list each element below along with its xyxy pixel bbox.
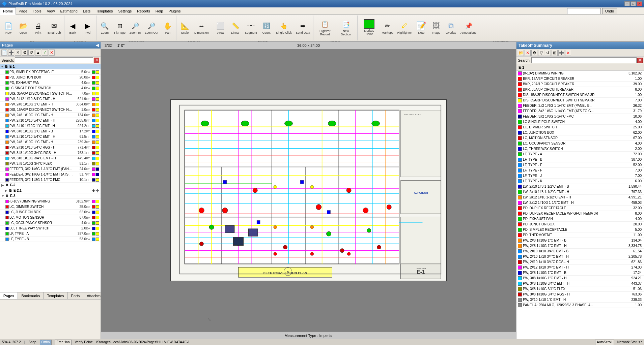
page-item-dis-35a[interactable]: DIS, 35A/3P DISCONNECT SWITCH NEMA 3R 7.… [0,91,101,96]
page-item-pw-3-8-flex[interactable]: PW, 3#8 1#10G 3/4"C FLEX 51.1 FT [0,161,101,166]
pages-new-icon[interactable]: 📄 [1,50,7,56]
page-item-pd-simplex[interactable]: PD, SIMPLEX RECEPTACLE 5.0 EA [0,69,101,75]
pages-delete-icon[interactable]: ✕ [15,50,21,56]
pan-button[interactable]: ✋ Pan [161,16,175,39]
fitpage-button[interactable]: ⊞ Fit Page [113,16,128,39]
pages-settings-icon[interactable]: ⚙ [22,50,28,56]
right-list-item[interactable]: DIS, 15A/3P DISCONNECT SWITCH NEMA 3R 1.… [516,92,644,98]
right-list-item[interactable]: PW, 2#8 1#10G 1"C EMT - H 3,334.75 [516,243,644,249]
right-list-item[interactable]: PW, 3#8 1#10G 1"C EMT - H 924.21 [516,276,644,281]
menu-estimating[interactable]: Estimating [57,7,80,15]
page-item-pw-2-8-239[interactable]: PW, 2#8 1#10G 1"C EMT - H 239.3 FT [0,139,101,145]
autoscroll-button[interactable]: AutoScroll [595,340,614,345]
canvas-expand-icon[interactable]: ⤡ [207,317,211,322]
open-button[interactable]: 📂 Open [16,16,30,39]
image-button[interactable]: 🖼 Image [429,16,443,39]
freehan-button[interactable]: FreeHan [55,340,72,345]
note-button[interactable]: 📝 Note [414,16,428,39]
right-list-item[interactable]: (0-10V) DIMMING WIRING 3,182.92 [516,71,644,76]
e21-settings-icon[interactable]: ⚙ [92,189,95,192]
page-section-e3[interactable]: ▼ 🗎 E-3 [0,193,101,199]
rp-close-icon[interactable]: ✕ [525,50,531,56]
page-item-pd-junction[interactable]: PD, JUNCTION BOX 20.0 EA [0,75,101,80]
page-item-pd-exhaust[interactable]: PD, EXHAUST FAN 4.0 EA [0,80,101,86]
page-item-lc-junction[interactable]: LC, JUNCTION BOX 62.0 EA [0,210,101,215]
right-list-item[interactable]: FEEDER, 3#2 1#6G 1-1/4"C EMT (ATS TO G..… [516,108,644,114]
rp-filter-icon[interactable]: ▽ [538,50,544,56]
right-list-item[interactable]: DIS, 35A/3P DISCONNECT SWITCH NEMA 3R 7.… [516,98,644,103]
page-item-pw-2-10-h[interactable]: PW, 2#10 1#10 3/4"C EMT - H 2205.8 FT [0,118,101,123]
undo-button[interactable]: Undo [602,8,617,14]
right-list-item[interactable]: PW, 3#8 1#10G 3/4"C RGS - H 763.06 [516,292,644,297]
close-button[interactable]: ✕ [637,1,642,6]
back-button[interactable]: ◀ Back [66,16,80,39]
segment-button[interactable]: 〰 Segment [243,16,259,39]
right-list-item[interactable]: LW, 2#12 1#10 1-1/2"C EMT - H 4,991.21 [516,195,644,200]
right-list-item[interactable]: PW, 3#8 1#10G 1"C EMT - B 17.24 [516,270,644,276]
pages-check-icon[interactable]: ✓ [42,50,48,56]
rp-refresh-icon[interactable]: ↺ [545,50,551,56]
rp-add-icon[interactable]: ➕ [558,50,564,56]
right-list-item[interactable]: PD, THERMOSTAT 11.00 [516,232,644,238]
menu-settings[interactable]: Settings [116,7,135,15]
count-button[interactable]: 🔢 Count [259,16,274,39]
zoom-button[interactable]: 🔍 Zoom [98,16,112,39]
page-item-pw-3-8-emt-h[interactable]: PW, 3#8 1#10G 3/4"C EMT - H 445.4 FT [0,156,101,161]
right-list-item[interactable]: LC, DIMMER SWITCH 25.00 [516,125,644,130]
page-item-lc-motion[interactable]: LC, MOTION SENSOR 67.0 EA [0,215,101,220]
right-list-item[interactable]: PD, DUPLEX RECEPTACLE WP GFCII NEMA 3R 8… [516,211,644,216]
right-list-item[interactable]: PW, 3#8 1#10G 3/4"C FLEX 51.06 [516,286,644,292]
right-list-item[interactable]: LC, OCCUPANCY SENSOR 4.00 [516,141,644,146]
e2-expand-icon[interactable]: ▶ [1,184,5,187]
e21-expand-icon[interactable]: ▶ [5,189,9,192]
right-list-item[interactable]: PW, 2#12 1#10 3/4"C EMT - H 274.03 [516,265,644,270]
menu-home[interactable]: Home [0,7,16,15]
scale-button[interactable]: 📐 Scale [178,16,192,39]
page-section-e1[interactable]: ▼ 🗎 E-1 [0,64,101,69]
right-list-item[interactable]: LC, THREE WAY SWITCH 2.00 [516,146,644,152]
digitizer-button[interactable]: 📋 Digitizer Record [315,16,335,39]
page-item-feeder-ats[interactable]: FEEDER, 3#2 1#6G 1-1/4"C EMT (ATS TO... … [0,172,101,177]
menu-templates[interactable]: Templates [93,7,115,15]
area-button[interactable]: ⬜ Area [214,16,228,39]
right-list-item[interactable]: PW, 2#10 1#10 3/4"C EMT - H 2,205.78 [516,254,644,259]
right-list-item[interactable]: FEEDER, 3#2 1#8G 1-1/4"C FMC 10.06 [516,114,644,119]
menu-page[interactable]: Page [16,7,30,15]
right-list-item[interactable]: BKR, 15A/3P CIRCUIT BREAKER 1.00 [516,76,644,82]
e1-expand-icon[interactable]: ▼ [1,65,5,68]
right-list-item[interactable]: PD, JUNCTION BOX 20.00 [516,222,644,227]
right-takeoff-list[interactable]: (0-10V) DIMMING WIRING 3,182.92 BKR, 15A… [516,71,644,339]
page-item-pw-3-8-rgs[interactable]: PW, 3#8 1#10G 3/4"C RGS - H 763.1 FT [0,150,101,156]
right-list-item[interactable]: LF, TYPE - K 6.00 [516,179,644,184]
right-list-item[interactable]: LW, 2#10 1#8 1-1/2"C EMT - H 797.33 [516,189,644,195]
rp-delete-icon[interactable]: ✕ [565,50,571,56]
menu-view[interactable]: View [44,7,58,15]
right-list-item[interactable]: PANEL A: 250A MLO, 120/208V, 3 PHASE, 4.… [516,303,644,308]
page-section-e2[interactable]: ▶ 🗎 E-2 [0,183,101,188]
right-search-clear[interactable]: ✕ [637,58,643,63]
ortho-button[interactable]: Ortho [40,340,52,345]
annotations-button[interactable]: 📌 Annotations [459,16,478,39]
right-list-item[interactable]: LF, TYPE - F 7.00 [516,168,644,173]
minimize-button[interactable]: − [624,1,630,6]
right-list-item[interactable]: LF, TYPE - E 52.00 [516,162,644,168]
print-button[interactable]: 🖨 Print [31,16,45,39]
menu-reports[interactable]: Reports [134,7,153,15]
canvas-viewport[interactable]: ELECTRICAL NOTES [101,49,516,332]
tab-bookmarks[interactable]: Bookmarks [18,292,44,299]
right-list-item[interactable]: LF, TYPE - A 72.00 [516,152,644,157]
tab-pages[interactable]: Pages [0,292,18,299]
page-item-lc-switch[interactable]: LC SINGLE POLE SWITCH 4.0 EA [0,86,101,91]
floor-plan[interactable]: ELECTRICAL NOTES [170,99,447,281]
collapse-icon[interactable]: ◀ [96,43,99,48]
right-list-item[interactable]: PW, 3#8 1#10G 3/4"C EMT - H 443.37 [516,281,644,286]
page-item-feeder-panel-b[interactable]: FEEDER, 3#2 1#6G 1-1/4"C EMT (PANEL B...… [0,166,101,172]
zoomin-button[interactable]: 🔎 Zoom In [128,16,142,39]
page-item-pw-2-12[interactable]: PW, 2#12 1#10 3/4"C EMT - H 621.9 FT [0,96,101,102]
page-item-pw-2-10-rgs[interactable]: PW, 2#10 1#10 3/4"C RGS - H 771.4 FT [0,145,101,150]
page-item-pw-2-10-615[interactable]: PW, 2#10 1#10 3/4"C EMT - H 61.5 FT [0,134,101,139]
menu-help[interactable]: Help [153,7,166,15]
right-list-item[interactable]: BKR, 35A/3P CIRCUITBREAKER 8.00 [516,87,644,92]
linear-button[interactable]: 📏 Linear [228,16,243,39]
right-list-item[interactable]: PD, EXHAUST FAN 4.00 [516,216,644,222]
